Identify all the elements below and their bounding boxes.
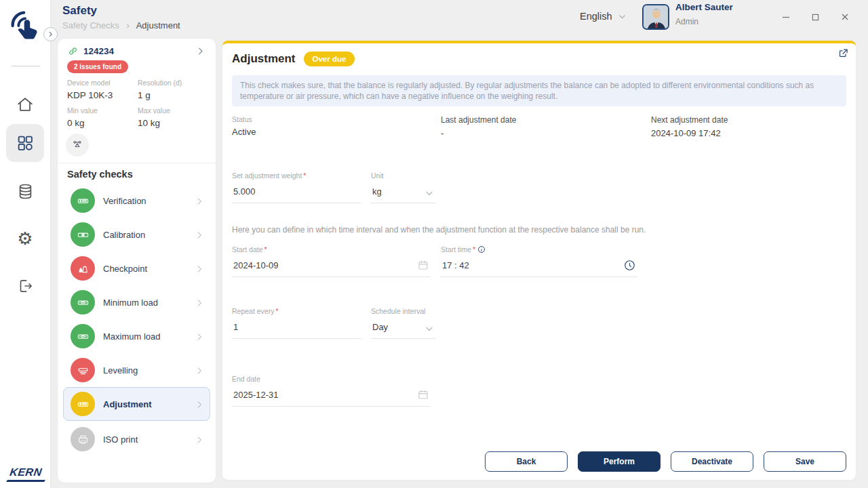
- balance-icon: [71, 324, 95, 348]
- breadcrumb-current: Adjustment: [136, 20, 180, 30]
- page-title: Safety: [62, 4, 97, 18]
- required-asterisk: *: [473, 245, 475, 253]
- device-field-label: Device model: [67, 79, 111, 87]
- chevron-right-icon: [195, 366, 204, 375]
- printer-icon: ISO: [71, 427, 95, 451]
- info-icon[interactable]: [477, 245, 486, 253]
- check-item-calibration[interactable]: Calibration: [63, 218, 210, 251]
- weight-label: Set adjustment weight*: [232, 171, 306, 180]
- device-field-label: Max value: [138, 106, 170, 115]
- check-item-iso-print[interactable]: ISO ISO print: [63, 422, 210, 456]
- check-item-adjustment[interactable]: Adjustment: [63, 387, 210, 421]
- issues-badge: 2 issues found: [67, 60, 128, 73]
- chevron-right-icon: [195, 332, 204, 342]
- avatar[interactable]: [642, 4, 669, 30]
- sidebar-item-logout[interactable]: [6, 267, 44, 305]
- check-item-label: Maximum load: [103, 331, 161, 342]
- clock-icon[interactable]: [623, 259, 636, 272]
- minimize-icon: [782, 13, 790, 21]
- check-item-levelling[interactable]: Levelling: [63, 353, 210, 387]
- last-adjustment-label: Last adjustment date: [441, 115, 516, 125]
- overdue-badge: Over due: [304, 52, 355, 66]
- divider: [12, 66, 40, 66]
- check-item-minimum-load[interactable]: Minimum load: [63, 285, 210, 319]
- weight-input[interactable]: 5.000: [232, 183, 361, 203]
- required-asterisk: *: [303, 171, 306, 180]
- chevron-right-icon: [195, 298, 204, 308]
- device-field-value: 0 kg: [67, 118, 85, 128]
- card-title: Adjustment: [232, 52, 296, 66]
- start-time-input[interactable]: 17 : 42: [441, 257, 637, 277]
- calendar-icon[interactable]: [417, 259, 429, 271]
- language-selector[interactable]: English: [580, 11, 627, 22]
- breadcrumb-separator: ›: [126, 20, 129, 30]
- start-date-label: Start date*: [232, 245, 267, 253]
- expand-button[interactable]: [836, 46, 850, 60]
- check-item-label: Adjustment: [103, 399, 152, 409]
- check-item-label: ISO print: [103, 434, 138, 445]
- calendar-icon[interactable]: [417, 388, 429, 401]
- check-item-checkpoint[interactable]: Checkpoint: [63, 251, 210, 285]
- last-adjustment-value: -: [441, 128, 443, 138]
- window-close-button[interactable]: [836, 9, 854, 24]
- chevron-right-icon: [195, 400, 204, 409]
- sidebar-collapse-button[interactable]: [43, 27, 58, 41]
- required-asterisk: *: [264, 245, 267, 253]
- home-icon: [16, 95, 35, 114]
- level-icon: [71, 358, 95, 382]
- checks-list: Verification Calibration: [58, 184, 216, 456]
- device-field-value: 1 g: [138, 90, 151, 100]
- checks-heading: Safety checks: [67, 169, 133, 180]
- breadcrumb-parent[interactable]: Safety Checks: [62, 20, 119, 30]
- breadcrumb: Safety Checks › Adjustment: [62, 20, 180, 30]
- device-id: 124234: [83, 46, 114, 56]
- start-time-label: Start time*: [441, 245, 486, 253]
- status-label: Status: [232, 115, 252, 123]
- device-chevron-right-icon[interactable]: [195, 46, 205, 56]
- unit-select[interactable]: kg: [371, 183, 435, 203]
- chevron-right-icon: [195, 264, 204, 274]
- window-minimize-button[interactable]: [777, 9, 795, 24]
- check-item-maximum-load[interactable]: Maximum load: [63, 319, 210, 353]
- back-button[interactable]: Back: [485, 451, 568, 472]
- app-window: ⚙ KERN Safety Safety Checks › Adjustment…: [0, 0, 868, 488]
- deactivate-button[interactable]: Deactivate: [671, 451, 753, 472]
- device-panel: 124234 2 issues found Device model Resol…: [58, 39, 216, 483]
- interval-label: Schedule interval: [371, 307, 426, 315]
- balance-icon: [71, 222, 95, 247]
- interval-select[interactable]: Day: [371, 319, 435, 339]
- sidebar-item-settings[interactable]: ⚙: [6, 220, 44, 258]
- check-item-label: Checkpoint: [103, 264, 147, 274]
- repeat-label: Repeat every*: [232, 307, 279, 315]
- device-field-value: 10 kg: [138, 118, 160, 128]
- database-icon: [16, 182, 35, 201]
- device-field-label: Min value: [67, 106, 98, 115]
- close-icon: [841, 13, 849, 21]
- chevron-right-icon: [47, 30, 54, 38]
- sidebar-item-database[interactable]: [6, 172, 44, 210]
- device-header[interactable]: 124234: [67, 45, 114, 57]
- unit-label: Unit: [371, 171, 384, 180]
- check-item-label: Calibration: [103, 230, 145, 240]
- sidebar-item-dashboard[interactable]: [6, 124, 44, 162]
- action-button-row: Back Perform Deactivate Save: [222, 451, 846, 472]
- required-asterisk: *: [275, 307, 278, 315]
- check-item-verification[interactable]: Verification: [63, 184, 210, 218]
- chevron-right-icon: [195, 197, 204, 206]
- chevron-down-icon: [618, 12, 627, 21]
- apps-grid-icon: [16, 134, 35, 152]
- sidebar-item-home[interactable]: [6, 85, 44, 123]
- end-date-input[interactable]: 2025-12-31: [232, 386, 431, 407]
- next-adjustment-value: 2024-10-09 17:42: [651, 128, 721, 138]
- chevron-right-icon: [195, 435, 204, 445]
- perform-button[interactable]: Perform: [578, 451, 660, 472]
- device-scale-button[interactable]: [66, 134, 89, 157]
- window-maximize-button[interactable]: [806, 9, 824, 24]
- balance-icon: [71, 290, 95, 314]
- save-button[interactable]: Save: [764, 451, 846, 472]
- repeat-input[interactable]: 1: [232, 319, 361, 339]
- user-name[interactable]: Albert Sauter: [675, 2, 733, 12]
- check-item-label: Verification: [103, 196, 146, 206]
- start-date-input[interactable]: 2024-10-09: [232, 257, 431, 277]
- scale-outline-icon: [71, 138, 84, 152]
